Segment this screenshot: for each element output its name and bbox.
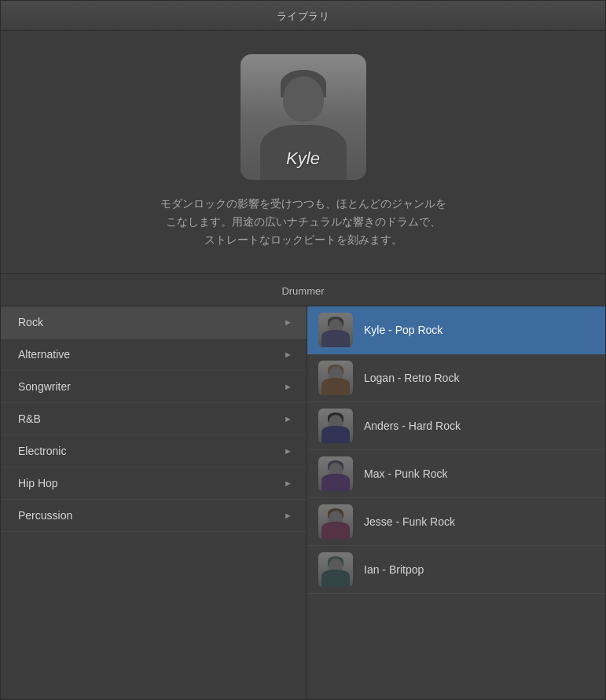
genre-label: R&B <box>18 412 41 425</box>
genre-label: Electronic <box>18 445 66 457</box>
d-body <box>321 330 350 347</box>
d-body <box>321 426 350 443</box>
genre-label: Rock <box>18 316 43 328</box>
avatar-name: Kyle <box>286 148 320 169</box>
genre-arrow-icon: ► <box>284 382 292 391</box>
drummer-avatar <box>318 361 353 395</box>
genre-label: Songwriter <box>18 380 71 393</box>
drummer-item-max-punk-rock[interactable]: Max - Punk Rock <box>307 450 605 498</box>
drummer-item-anders-hard-rock[interactable]: Anders - Hard Rock <box>307 402 605 450</box>
genre-label: Alternative <box>18 348 70 361</box>
profile-description: モダンロックの影響を受けつつも、ほとんどのジャンルを こなします。用途の広いナチ… <box>160 196 446 250</box>
drummer-section-label: Drummer <box>1 274 605 306</box>
genre-item-songwriter[interactable]: Songwriter ► <box>1 371 307 403</box>
drummer-avatar <box>318 313 353 347</box>
drummer-panel: Kyle - Pop Rock Logan - Retro Rock Ander… <box>307 306 605 699</box>
genre-arrow-icon: ► <box>284 350 292 359</box>
drummer-name: Logan - Retro Rock <box>364 372 459 384</box>
drummer-item-logan-retro-rock[interactable]: Logan - Retro Rock <box>307 354 605 402</box>
profile-section: Kyle モダンロックの影響を受けつつも、ほとんどのジャンルを こなします。用途… <box>1 31 605 274</box>
genre-item-rnb[interactable]: R&B ► <box>1 403 307 435</box>
d-body <box>321 522 350 539</box>
d-body <box>321 570 350 587</box>
drummer-label-text: Drummer <box>281 285 324 297</box>
drummer-avatar <box>318 552 353 587</box>
genre-arrow-icon: ► <box>284 414 292 423</box>
drummer-name: Anders - Hard Rock <box>364 420 461 432</box>
drummer-item-jesse-funk-rock[interactable]: Jesse - Funk Rock <box>307 498 605 546</box>
genre-item-electronic[interactable]: Electronic ► <box>1 435 307 467</box>
avatar-head <box>283 76 324 122</box>
genre-arrow-icon: ► <box>284 317 292 327</box>
genre-label: Percussion <box>18 509 72 522</box>
library-window: ライブラリ Kyle モダンロックの影響を受けつつも、ほとんどのジャンルを こな… <box>0 0 606 700</box>
d-body <box>321 474 350 491</box>
title-bar: ライブラリ <box>1 1 605 31</box>
drummer-item-ian-britpop[interactable]: Ian - Britpop <box>307 546 605 594</box>
drummer-name: Ian - Britpop <box>364 563 424 576</box>
genre-panel: Rock ► Alternative ► Songwriter ► R&B ► … <box>1 306 307 699</box>
drummer-avatar <box>318 456 353 491</box>
genre-arrow-icon: ► <box>284 446 292 456</box>
drummer-name: Kyle - Pop Rock <box>364 324 443 336</box>
genre-label: Hip Hop <box>18 477 58 489</box>
title-label: ライブラリ <box>277 10 330 22</box>
drummer-name: Max - Punk Rock <box>364 467 448 480</box>
profile-avatar: Kyle <box>241 54 366 180</box>
d-body <box>321 378 350 395</box>
genre-item-percussion[interactable]: Percussion ► <box>1 500 307 532</box>
drummer-avatar <box>318 409 353 443</box>
main-content: Rock ► Alternative ► Songwriter ► R&B ► … <box>1 306 605 699</box>
genre-arrow-icon: ► <box>284 478 292 488</box>
genre-item-alternative[interactable]: Alternative ► <box>1 339 307 371</box>
genre-arrow-icon: ► <box>284 511 292 520</box>
drummer-avatar <box>318 504 353 539</box>
drummer-name: Jesse - Funk Rock <box>364 515 455 528</box>
genre-item-rock[interactable]: Rock ► <box>1 306 307 339</box>
drummer-item-kyle-pop-rock[interactable]: Kyle - Pop Rock <box>307 306 605 354</box>
genre-item-hiphop[interactable]: Hip Hop ► <box>1 467 307 500</box>
